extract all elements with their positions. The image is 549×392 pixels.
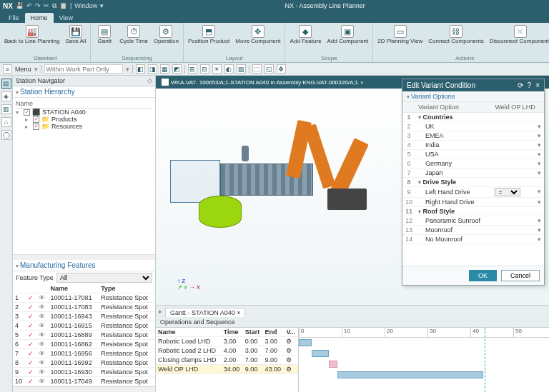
disconnect-components-button[interactable]: ⛌Disconnect Components [488,24,549,45]
ok-button[interactable]: OK [469,270,497,281]
option-row[interactable]: 10Right Hand Drive▾ [402,198,544,207]
option-row[interactable]: 8▾ Drive Style [402,178,544,187]
document-tab[interactable]: WKA-VAT- 100653/A;1-STATION A040 in Asse… [157,77,368,87]
toolbar-icon[interactable]: ▦ [160,64,169,74]
toolbar-icon[interactable]: ☀ [212,64,222,74]
help-icon[interactable]: ? [528,81,532,89]
toolbar-icon[interactable]: ⊟ [200,64,209,74]
feature-type-select[interactable]: All [56,273,152,283]
table-row[interactable]: 10✓👁100011-17049Resistance Spot [13,377,155,386]
tree-twisty-icon[interactable]: ▾ [16,109,21,116]
scrollbar[interactable] [13,254,155,260]
condition-select[interactable]: = [495,188,520,196]
toolbar-icon[interactable]: ⊞ [188,64,197,74]
option-row[interactable]: 2UK▾ [402,122,544,131]
table-row[interactable]: Weld OP LHD34.009.0043.00⚙ [156,365,298,374]
pin-icon[interactable]: ◇ [147,77,152,84]
option-row[interactable]: 4India▾ [402,141,544,150]
checkbox-icon[interactable] [33,124,39,130]
close-icon[interactable]: × [237,309,240,316]
option-row[interactable]: 3EMEA▾ [402,131,544,141]
reset-icon[interactable]: ⟳ [518,81,523,89]
option-row[interactable]: 12Panoramic Sunroof▾ [402,216,544,226]
table-row[interactable]: Closing clamps LHD2.007.009.00⚙ [156,356,298,365]
gantt-bar[interactable] [312,350,329,357]
station-hierarchy-section[interactable]: Station Hierarchy [13,86,155,98]
save-all-button[interactable]: 💾Save All [64,24,87,45]
toolbar-icon[interactable]: ⬚ [252,64,262,74]
table-row[interactable]: 8✓👁100011-16992Resistance Spot [13,358,155,368]
navigator-tab-icon[interactable]: ▤ [1,79,11,89]
tree-row-station[interactable]: ▾ ⬛ STATION A040 [16,109,152,116]
scrollbar[interactable] [13,386,155,392]
option-row[interactable]: 13Moonroof▾ [402,226,544,235]
option-row[interactable]: 11▾ Roof Style [402,207,544,216]
back-to-line-planning-button[interactable]: 🏭Back to Line Planning [3,24,61,45]
save-icon[interactable]: 💾 [16,2,24,9]
option-row[interactable]: 14No Moonroof▾ [402,235,544,244]
checkbox-icon[interactable] [33,116,39,123]
option-row[interactable]: 5USA▾ [402,150,544,159]
operation-button[interactable]: ⚙Operation [152,24,180,45]
paste-icon[interactable]: 📋 [59,2,67,9]
rail-icon[interactable]: ◯ [1,130,11,140]
tree-row-resources[interactable]: ▸ 📁 Resources [16,123,152,130]
tree-twisty-icon[interactable]: ▸ [25,124,31,130]
gantt-chart[interactable]: 0102030405060 [299,328,549,392]
table-row[interactable]: 4✓👁100011-16915Resistance Spot [13,321,155,331]
table-row[interactable]: Robotic Load 2 LHD4.003.007.00⚙ [156,346,298,356]
table-row[interactable]: 9✓👁100011-16930Resistance Spot [13,368,155,377]
gantt-tab[interactable]: Gantt - STATION A040 × [165,308,245,317]
view-triad[interactable]: ↑ Z ↗ Y → X [177,278,200,291]
table-row[interactable]: 2✓👁100011-17083Resistance Spot [13,303,155,312]
table-row[interactable]: 3✓👁100011-16943Resistance Spot [13,312,155,321]
undo-icon[interactable]: ↶ [26,2,32,9]
variant-options-section[interactable]: Variant Options [402,91,544,102]
tree-twisty-icon[interactable]: ▸ [25,116,31,123]
table-row[interactable]: Robotic Load LHD3.000.003.00⚙ [156,337,298,346]
toolbar-icon[interactable]: ◧ [136,64,145,74]
redo-icon[interactable]: ↷ [35,2,41,9]
table-row[interactable]: 6✓👁100011-16862Resistance Spot [13,340,155,349]
toolbar-icon[interactable]: ▧ [237,64,246,74]
toolbar-icon[interactable]: ❖ [277,64,286,74]
option-row[interactable]: 9Left Hand Drive= ▾ [402,187,544,198]
gantt-bar[interactable] [337,371,483,378]
tree-twisty-icon[interactable]: ▸ [159,308,162,315]
add-component-button[interactable]: ▣Add Component [325,24,370,45]
rail-icon[interactable]: ◈ [1,91,11,101]
option-row[interactable]: 7Japan▾ [402,169,544,178]
copy-icon[interactable]: ⧉ [52,2,56,10]
rail-icon[interactable]: ⌂ [1,117,11,127]
2d-planning-button[interactable]: ▭2D Planning View [376,24,424,45]
connect-components-button[interactable]: ⛓Connect Components [427,24,485,45]
tab-file[interactable]: File [3,13,25,23]
rail-icon[interactable]: ▥ [1,104,11,114]
tab-view[interactable]: View [54,13,79,23]
close-icon[interactable]: × [535,81,540,89]
window-menu[interactable]: Window [74,2,97,9]
close-icon[interactable]: × [360,79,364,86]
position-product-button[interactable]: ⬒Position Product [187,24,231,45]
checkbox-icon[interactable] [24,109,30,116]
menu-label[interactable]: Menu [15,66,31,73]
gantt-bar[interactable] [329,361,337,368]
toolbar-icon[interactable]: ◱ [264,64,274,74]
option-row[interactable]: 6Germany▾ [402,159,544,169]
cycle-time-button[interactable]: ⏱Cycle Time [118,24,149,45]
cut-icon[interactable]: ✂ [44,2,49,9]
table-row[interactable]: 7✓👁100011-16956Resistance Spot [13,349,155,358]
option-row[interactable]: 1▾ Countries [402,113,544,122]
toolbar-icon[interactable]: ◩ [172,64,182,74]
tab-home[interactable]: Home [25,13,54,23]
toolbar-icon[interactable]: ◨ [148,64,157,74]
gantt-button[interactable]: ▤Gantt [94,24,115,45]
toolbar-icon[interactable]: ◐ [224,64,234,74]
cancel-button[interactable]: Cancel [501,270,540,281]
move-component-button[interactable]: ✥Move Component [234,24,282,45]
mft-section-header[interactable]: Manufacturing Features [13,260,155,271]
gantt-bar[interactable] [299,339,312,346]
add-feature-button[interactable]: ◆Add Feature [288,24,322,45]
table-row[interactable]: 1✓👁100011-17081Resistance Spot [13,293,155,303]
tree-row-products[interactable]: ▸ 📁 Products [16,116,152,123]
